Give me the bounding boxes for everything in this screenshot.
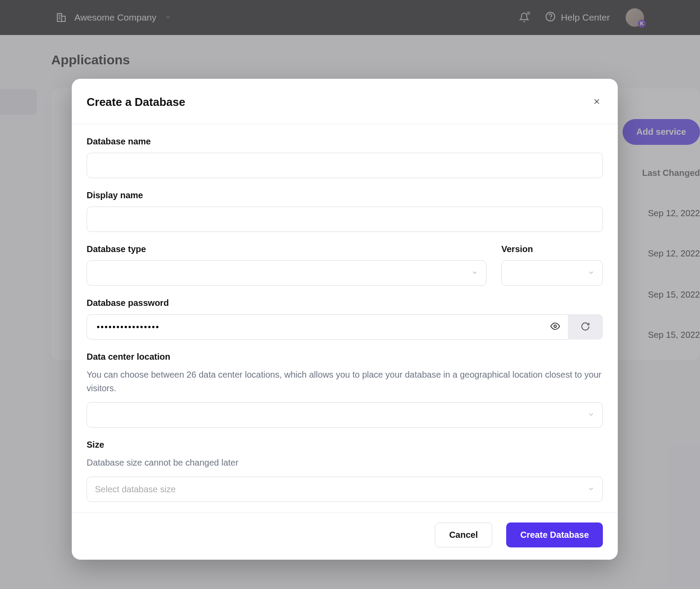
modal-title: Create a Database: [87, 95, 185, 109]
label-database-type: Database type: [87, 244, 486, 254]
label-size: Size: [87, 440, 603, 450]
field-database-name: Database name: [87, 137, 603, 178]
chevron-down-icon: [588, 410, 595, 420]
version-select[interactable]: [501, 260, 603, 286]
close-icon: [592, 101, 601, 107]
chevron-down-icon: [471, 268, 478, 278]
database-type-select[interactable]: [87, 260, 486, 286]
chevron-down-icon: [588, 484, 595, 494]
password-input-wrap: [87, 314, 568, 340]
modal-footer: Cancel Create Database: [72, 512, 618, 560]
label-database-name: Database name: [87, 137, 603, 147]
display-name-input[interactable]: [87, 207, 603, 232]
database-password-input[interactable]: [87, 314, 568, 340]
label-display-name: Display name: [87, 190, 603, 200]
password-row: [87, 314, 603, 340]
field-display-name: Display name: [87, 190, 603, 232]
data-center-location-select[interactable]: [87, 402, 603, 428]
cancel-button[interactable]: Cancel: [435, 522, 493, 547]
create-database-button[interactable]: Create Database: [506, 522, 603, 547]
field-size: Size Database size cannot be changed lat…: [87, 440, 603, 502]
field-data-center-location: Data center location You can choose betw…: [87, 352, 603, 428]
size-placeholder: Select database size: [95, 484, 176, 494]
toggle-password-visibility-button[interactable]: [549, 320, 562, 334]
eye-icon: [550, 326, 560, 333]
database-name-input[interactable]: [87, 153, 603, 178]
field-version: Version: [501, 244, 603, 286]
regenerate-password-button[interactable]: [568, 314, 603, 340]
close-button[interactable]: [590, 95, 604, 110]
field-database-password: Database password: [87, 298, 603, 340]
modal-body: Database name Display name Database type…: [72, 124, 618, 512]
create-database-modal: Create a Database Database name Display …: [72, 79, 618, 560]
svg-point-9: [554, 325, 556, 328]
refresh-icon: [581, 322, 590, 333]
size-select[interactable]: Select database size: [87, 477, 603, 502]
field-database-type: Database type: [87, 244, 486, 286]
label-version: Version: [501, 244, 603, 254]
helper-size: Database size cannot be changed later: [87, 456, 603, 470]
label-data-center-location: Data center location: [87, 352, 603, 362]
modal-header: Create a Database: [72, 79, 618, 124]
helper-data-center-location: You can choose between 26 data center lo…: [87, 368, 603, 395]
row-type-version: Database type Version: [87, 244, 603, 286]
label-database-password: Database password: [87, 298, 603, 308]
chevron-down-icon: [588, 268, 595, 278]
